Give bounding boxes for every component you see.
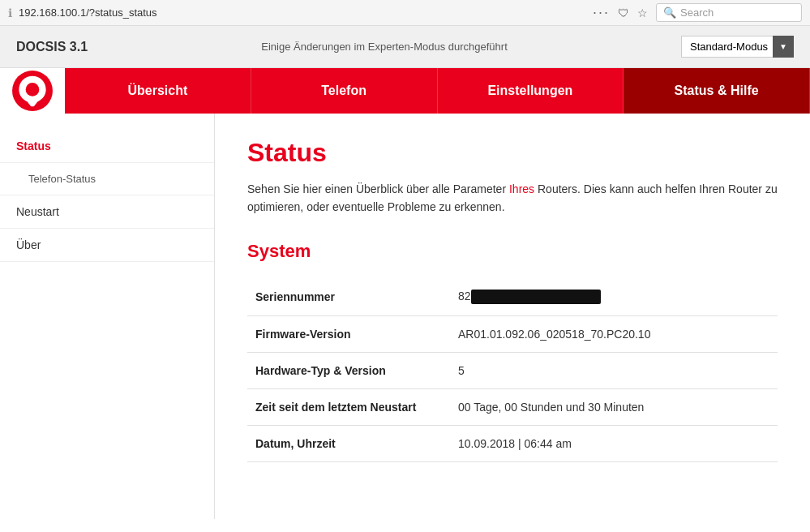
nav-bar: Übersicht Telefon Einstellungen Status &…: [0, 68, 810, 114]
main-layout: Status Telefon-Status Neustart Über Stat…: [0, 114, 810, 519]
expert-mode-message: Einige Änderungen im Experten-Modus durc…: [120, 41, 649, 53]
nav-item-telefon[interactable]: Telefon: [251, 68, 438, 114]
row-label-datetime: Datum, Uhrzeit: [247, 426, 450, 462]
table-row: Datum, Uhrzeit 10.09.2018 | 06:44 am: [247, 426, 778, 462]
sidebar-item-telefon-status[interactable]: Telefon-Status: [0, 163, 214, 195]
mode-select[interactable]: Standard-Modus Experten-Modus: [681, 36, 794, 58]
sidebar: Status Telefon-Status Neustart Über: [0, 114, 215, 519]
row-label-firmware: Firmware-Version: [247, 316, 450, 353]
table-row: Zeit seit dem letztem Neustart 00 Tage, …: [247, 389, 778, 426]
search-label[interactable]: Search: [680, 6, 714, 19]
page-description: Sehen Sie hier einen Überblick über alle…: [247, 180, 778, 217]
info-icon: ℹ: [8, 6, 12, 19]
row-label-uptime: Zeit seit dem letztem Neustart: [247, 389, 450, 426]
top-bar: DOCSIS 3.1 Einige Änderungen im Experten…: [0, 26, 810, 68]
vodafone-logo: [0, 68, 65, 114]
row-value-uptime: 00 Tage, 00 Stunden und 30 Minuten: [450, 389, 778, 426]
sidebar-item-status[interactable]: Status: [0, 130, 214, 163]
table-row: Hardware-Typ & Version 5: [247, 353, 778, 389]
table-row: Seriennummer 82: [247, 278, 778, 316]
page-title: Status: [247, 138, 778, 168]
nav-item-einstellungen[interactable]: Einstellungen: [438, 68, 624, 114]
mode-select-wrapper[interactable]: Standard-Modus Experten-Modus ▼: [681, 36, 794, 58]
row-value-datetime: 10.09.2018 | 06:44 am: [450, 426, 778, 462]
shield-icon[interactable]: 🛡: [618, 6, 629, 19]
nav-item-ubersicht[interactable]: Übersicht: [65, 68, 251, 114]
row-label-hardware: Hardware-Typ & Version: [247, 353, 450, 389]
redacted-value: [471, 290, 601, 304]
content-area: Status Sehen Sie hier einen Überblick üb…: [215, 114, 810, 519]
search-icon: 🔍: [663, 6, 676, 19]
table-row: Firmware-Version AR01.01.092.06_020518_7…: [247, 316, 778, 353]
nav-items: Übersicht Telefon Einstellungen Status &…: [65, 68, 810, 114]
docsis-title: DOCSIS 3.1: [16, 40, 88, 54]
search-box[interactable]: 🔍 Search: [656, 3, 802, 22]
vodafone-logo-svg: [11, 70, 54, 112]
nav-item-status-hilfe[interactable]: Status & Hilfe: [624, 68, 810, 114]
row-value-firmware: AR01.01.092.06_020518_70.PC20.10: [450, 316, 778, 353]
sidebar-item-uber[interactable]: Über: [0, 229, 214, 262]
system-section-title: System: [247, 241, 778, 262]
ihres-link[interactable]: Ihres: [509, 182, 534, 195]
row-value-hardware: 5: [450, 353, 778, 389]
svg-point-1: [26, 83, 40, 97]
browser-bar: ℹ 192.168.100.1/?status_status ··· 🛡 ☆ 🔍…: [0, 0, 810, 26]
system-data-table: Seriennummer 82 Firmware-Version AR01.01…: [247, 278, 778, 462]
row-value-seriennummer: 82: [450, 278, 778, 316]
browser-controls: ··· 🛡 ☆ 🔍 Search: [593, 3, 802, 22]
row-label-seriennummer: Seriennummer: [247, 278, 450, 316]
sidebar-item-neustart[interactable]: Neustart: [0, 195, 214, 229]
menu-dots[interactable]: ···: [593, 4, 610, 21]
star-icon[interactable]: ☆: [637, 6, 648, 19]
url-bar[interactable]: 192.168.100.1/?status_status: [19, 6, 586, 19]
